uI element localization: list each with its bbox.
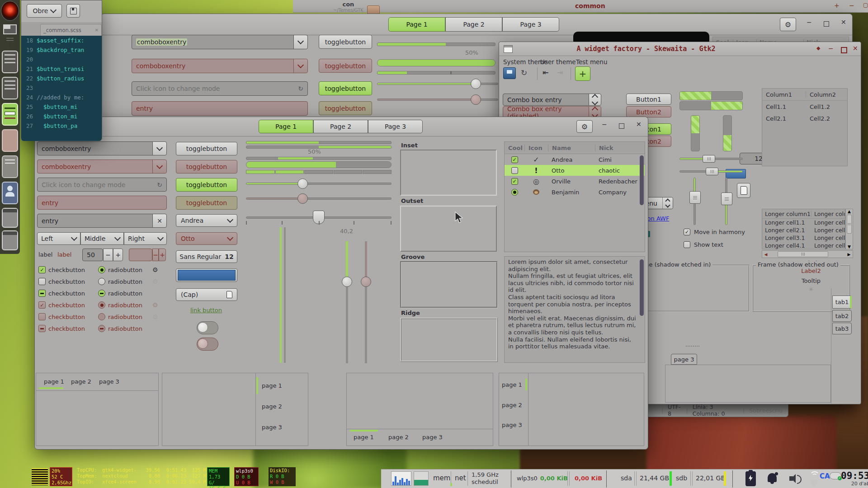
fg-maximize-button[interactable] — [619, 123, 624, 129]
clock-date[interactable]: 20 d'abr. — [842, 481, 868, 487]
fg-togglebutton-3[interactable]: togglebutton — [176, 178, 237, 192]
tab-page2[interactable]: page 2 — [388, 434, 409, 441]
gtk2-scale-h1-knob[interactable] — [703, 155, 715, 163]
text-scrollbar[interactable] — [640, 259, 644, 316]
fg-vscale-knob1[interactable] — [342, 277, 352, 287]
fg-gear-button[interactable]: ⚙ — [576, 120, 593, 133]
notes-icon[interactable] — [2, 155, 18, 178]
fg-vscale-knob1-track[interactable] — [346, 241, 348, 363]
gtk2-side-tab2[interactable]: tab2 — [832, 310, 852, 322]
terminal-icon[interactable] — [2, 51, 18, 73]
table-row[interactable]: ✓ ◎ Orville Redenbacher — [505, 176, 645, 187]
fg-color-button[interactable] — [176, 268, 237, 282]
radio-selected[interactable] — [98, 266, 105, 273]
gtk2-notebook-tab-page3[interactable]: page 3 — [671, 354, 697, 365]
menu-plus-button[interactable]: + — [834, 2, 840, 9]
tab-page2[interactable]: page 2 — [71, 378, 91, 385]
gtk2-side-tab1[interactable]: tab1 — [832, 296, 852, 309]
tab-page1[interactable]: page 1 — [44, 378, 64, 385]
gtk2-close-button[interactable]: ✕ — [853, 45, 858, 52]
files-icon[interactable] — [2, 129, 18, 152]
fg-vscale-filled[interactable] — [280, 227, 282, 363]
gtk2-paper-button[interactable] — [737, 183, 750, 198]
fg-spinbutton[interactable]: 50 — [82, 249, 103, 261]
windows-icon[interactable] — [3, 24, 17, 34]
speaker-icon[interactable] — [789, 473, 802, 484]
radio-unselected[interactable] — [98, 278, 105, 285]
refresh-icon[interactable]: ↻ — [298, 85, 303, 92]
radio-mixed[interactable] — [98, 290, 105, 297]
fg-treeview[interactable]: Cool Icon Name Nick ✓ ✓ Andrea Cimi ! Ot… — [504, 141, 645, 252]
fg-spin-plus[interactable]: + — [113, 249, 123, 261]
fg-font-button[interactable]: Sans Regular12 — [176, 250, 237, 263]
bg-maximize-button[interactable] — [824, 21, 829, 27]
disk1-label[interactable]: sda — [621, 474, 632, 482]
gtk2-scale-h2-knob[interactable] — [706, 168, 718, 175]
fg-entry-clear[interactable]: entry✕ — [37, 214, 167, 228]
window-icon-2[interactable] — [2, 230, 18, 250]
add-button[interactable]: + — [575, 66, 590, 81]
code-pane[interactable]: 18$asset_suffix: 19$backdrop_tran 20 21$… — [21, 36, 102, 141]
bg-togglebutton-3[interactable]: togglebutton — [319, 81, 372, 95]
fg-entry-icon-mode[interactable]: Click icon to change mode↻ — [37, 178, 167, 192]
gtk2-maximize-button[interactable] — [841, 47, 847, 53]
fg-tab-page1[interactable]: Page 1 — [259, 120, 313, 133]
save-button[interactable] — [66, 4, 80, 18]
fg-tab-page2[interactable]: Page 2 — [313, 120, 368, 133]
gtk2-table2[interactable]: Longer column1Longer column2 Longer cell… — [762, 209, 845, 249]
window-icon[interactable] — [2, 208, 18, 228]
cpu-graph[interactable] — [391, 471, 411, 486]
gtk2-table2-vscrollbar[interactable]: ▲ ▼ — [845, 209, 853, 249]
gtk2-minimize-button[interactable]: − — [828, 45, 834, 52]
fg-combo-right[interactable]: Right — [124, 232, 167, 245]
open-menu-button[interactable]: Obre — [27, 4, 62, 18]
fg-vscale-empty[interactable] — [284, 227, 286, 363]
paned-handle[interactable] — [686, 346, 699, 347]
tree-header[interactable]: Cool Icon Name Nick — [505, 142, 645, 154]
table-row[interactable]: ✓ ✓ Andrea Cimi — [505, 154, 645, 165]
fg-scale-1-knob[interactable] — [297, 178, 308, 189]
editor-tab[interactable]: _common.scss ✕ — [40, 24, 102, 36]
net-monitor[interactable]: wlp3s00,00 KiB — [517, 475, 568, 482]
fg-tab-page3[interactable]: Page 3 — [368, 120, 423, 133]
tree-scrollbar[interactable] — [640, 155, 644, 205]
bg-togglebutton-1[interactable]: togglebutton — [319, 35, 372, 49]
tab-page3[interactable]: page 3 — [422, 434, 443, 441]
table-row-selected[interactable]: ! Otto chaotic — [505, 165, 645, 176]
bg-tab-page2[interactable]: Page 2 — [445, 17, 502, 32]
widget-factory-icon-active[interactable] — [2, 103, 18, 126]
bg-entry-icon-mode[interactable]: Click icon to change mode↻ — [132, 81, 308, 96]
gtk2-scale-v2-knob[interactable] — [721, 192, 732, 205]
fg-spin-minus[interactable]: − — [103, 249, 113, 261]
tab-page1[interactable]: page 1 — [262, 382, 282, 389]
bg-tab-page3[interactable]: Page 3 — [502, 17, 559, 32]
fg-cap-button[interactable]: (Cap) — [176, 288, 237, 301]
gtk2-scale-v1-knob[interactable] — [689, 191, 701, 204]
scrollbar-thumb[interactable] — [847, 215, 852, 234]
bg-comboboxentry-1[interactable]: comboboxentry — [132, 35, 308, 49]
clear-icon[interactable]: ✕ — [157, 217, 162, 225]
dock-handle[interactable] — [6, 38, 14, 41]
tab-page3[interactable]: page 3 — [502, 422, 522, 428]
terminal-icon-2[interactable] — [2, 77, 18, 99]
mem-label[interactable]: mem — [433, 474, 450, 482]
clock-time[interactable]: 09:53 — [841, 470, 868, 481]
cpu-freq[interactable]: 1,59 GHzschedutil — [472, 471, 499, 486]
keyboard-layout[interactable]: CA — [820, 472, 830, 480]
gtk2-button1[interactable]: Button1 — [626, 94, 671, 105]
net-graph[interactable] — [414, 471, 429, 486]
gtk2-check-harmony[interactable]: ✓Move in harmony — [684, 229, 745, 235]
tab-page1[interactable]: page 1 — [502, 381, 522, 388]
fg-textview[interactable]: Lorem ipsum dolor sit amet, consectetur … — [504, 256, 645, 363]
scroll-down-icon[interactable]: ▼ — [846, 244, 853, 249]
tab-page3[interactable]: page 3 — [262, 424, 282, 431]
first-icon[interactable]: ⇤ — [542, 68, 548, 77]
fg-close-button[interactable]: ✕ — [636, 121, 642, 128]
fg-scale-1-track[interactable] — [246, 183, 392, 185]
tab-page3[interactable]: page 3 — [99, 378, 119, 385]
gtk2-check-showtext[interactable]: Show text — [684, 241, 723, 248]
cloud-sync-icon[interactable]: ✓ — [830, 472, 841, 479]
wifi-icon[interactable] — [810, 471, 818, 478]
fg-togglebutton-1[interactable]: togglebutton — [176, 142, 237, 155]
gtk2-pin-button[interactable]: ◆ — [816, 45, 820, 51]
